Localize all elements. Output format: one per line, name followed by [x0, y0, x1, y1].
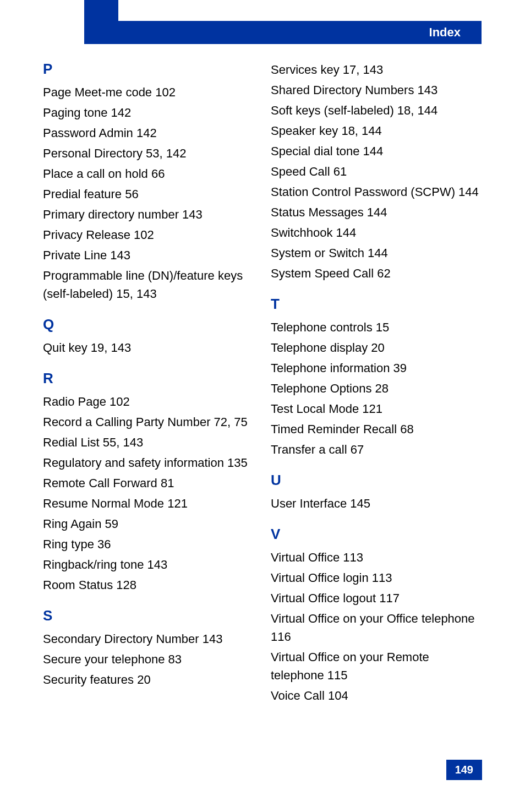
section-letter-r: R	[43, 370, 254, 387]
index-entry[interactable]: Timed Reminder Recall 68	[271, 420, 482, 438]
index-entry[interactable]: Telephone display 20	[271, 339, 482, 357]
index-entry[interactable]: Room Status 128	[43, 576, 254, 594]
index-entry[interactable]: Test Local Mode 121	[271, 400, 482, 418]
index-entry[interactable]: Speaker key 18, 144	[271, 122, 482, 140]
index-entry[interactable]: Secure your telephone 83	[43, 650, 254, 668]
index-entry[interactable]: Radio Page 102	[43, 393, 254, 411]
index-entry[interactable]: Virtual Office on your Remote telephone …	[271, 648, 482, 684]
index-entry[interactable]: Secondary Directory Number 143	[43, 630, 254, 648]
index-entry[interactable]: Telephone information 39	[271, 359, 482, 377]
index-entry[interactable]: Remote Call Forward 81	[43, 474, 254, 492]
index-entry[interactable]: Shared Directory Numbers 143	[271, 81, 482, 99]
page-number: 149	[446, 760, 482, 780]
decorative-blue-bar	[84, 0, 118, 44]
left-column: P Page Meet-me code 102 Paging tone 142 …	[43, 61, 254, 707]
index-entry[interactable]: Ringback/ring tone 143	[43, 555, 254, 574]
index-entry[interactable]: Switchhook 144	[271, 224, 482, 242]
index-entry[interactable]: Soft keys (self-labeled) 18, 144	[271, 101, 482, 119]
section-letter-u: U	[271, 472, 482, 489]
index-entry[interactable]: Speed Call 61	[271, 162, 482, 181]
index-entry[interactable]: Password Admin 142	[43, 124, 254, 142]
index-entry[interactable]: Voice Call 104	[271, 686, 482, 705]
right-column: Services key 17, 143 Shared Directory Nu…	[271, 61, 482, 707]
index-entry[interactable]: Predial feature 56	[43, 185, 254, 203]
index-entry[interactable]: Virtual Office logout 117	[271, 589, 482, 607]
index-entry[interactable]: Transfer a call 67	[271, 440, 482, 459]
index-entry[interactable]: Primary directory number 143	[43, 205, 254, 224]
index-entry[interactable]: Virtual Office login 113	[271, 569, 482, 587]
index-entry[interactable]: Personal Directory 53, 142	[43, 144, 254, 162]
header-bar: Index	[118, 21, 482, 44]
index-entry[interactable]: Programmable line (DN)/feature keys (sel…	[43, 266, 254, 303]
section-letter-t: T	[271, 296, 482, 313]
index-entry[interactable]: System or Switch 144	[271, 244, 482, 262]
index-entry[interactable]: Status Messages 144	[271, 203, 482, 221]
index-entry[interactable]: Quit key 19, 143	[43, 339, 254, 357]
index-content: P Page Meet-me code 102 Paging tone 142 …	[43, 61, 482, 707]
index-entry[interactable]: Place a call on hold 66	[43, 165, 254, 183]
index-entry[interactable]: User Interface 145	[271, 494, 482, 513]
index-entry[interactable]: Record a Calling Party Number 72, 75	[43, 413, 254, 431]
index-entry[interactable]: Paging tone 142	[43, 103, 254, 122]
index-entry[interactable]: Privacy Release 102	[43, 226, 254, 244]
section-letter-v: V	[271, 526, 482, 543]
index-entry[interactable]: Virtual Office on your Office telephone …	[271, 609, 482, 646]
index-entry[interactable]: Telephone controls 15	[271, 318, 482, 336]
section-letter-s: S	[43, 607, 254, 624]
index-entry[interactable]: Page Meet-me code 102	[43, 83, 254, 101]
index-entry[interactable]: Private Line 143	[43, 246, 254, 264]
index-entry[interactable]: System Speed Call 62	[271, 264, 482, 282]
section-letter-p: P	[43, 61, 254, 78]
index-entry[interactable]: Ring type 36	[43, 535, 254, 553]
index-entry[interactable]: Regulatory and safety information 135	[43, 454, 254, 472]
index-entry[interactable]: Resume Normal Mode 121	[43, 494, 254, 513]
index-entry[interactable]: Redial List 55, 143	[43, 433, 254, 451]
index-entry[interactable]: Virtual Office 113	[271, 548, 482, 566]
index-entry[interactable]: Security features 20	[43, 671, 254, 689]
index-entry[interactable]: Ring Again 59	[43, 515, 254, 533]
header-title: Index	[429, 25, 461, 40]
index-entry[interactable]: Services key 17, 143	[271, 61, 482, 79]
section-letter-q: Q	[43, 316, 254, 333]
index-entry[interactable]: Station Control Password (SCPW) 144	[271, 183, 482, 201]
index-entry[interactable]: Special dial tone 144	[271, 142, 482, 160]
index-entry[interactable]: Telephone Options 28	[271, 379, 482, 397]
